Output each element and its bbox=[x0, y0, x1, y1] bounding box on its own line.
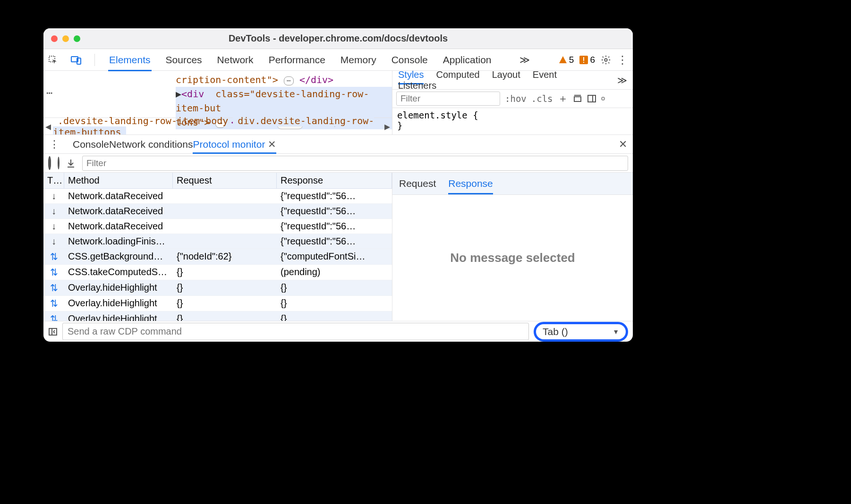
col-response[interactable]: Response bbox=[277, 173, 392, 188]
device-toolbar-icon[interactable] bbox=[71, 55, 81, 65]
close-icon[interactable]: ✕ bbox=[268, 139, 276, 150]
cdp-command-input[interactable] bbox=[62, 323, 529, 340]
chevron-down-icon: ▼ bbox=[613, 328, 619, 336]
cell-request bbox=[173, 234, 277, 249]
down-arrow-icon: ↓ bbox=[43, 204, 64, 218]
flexbox-editor-icon[interactable] bbox=[573, 94, 582, 103]
table-row[interactable]: ↓Network.loadingFinis…{"requestId":"56… bbox=[43, 234, 392, 249]
breadcrumb-next[interactable]: ▶ bbox=[383, 121, 392, 132]
settings-icon[interactable] bbox=[601, 55, 611, 65]
cell-request: {"nodeId":62} bbox=[173, 249, 277, 264]
dom-attr: class bbox=[215, 88, 244, 100]
minimize-window-button[interactable] bbox=[62, 35, 69, 42]
bidirectional-arrow-icon: ⇅ bbox=[43, 249, 64, 264]
computed-sidebar-icon[interactable] bbox=[587, 94, 596, 103]
drawer-tab-protocol-monitor[interactable]: Protocol monitor✕ bbox=[193, 136, 276, 154]
bidirectional-arrow-icon: ⇅ bbox=[43, 265, 64, 280]
main-tabs-overflow[interactable]: ≫ bbox=[519, 50, 531, 70]
breadcrumb-prev[interactable]: ◀ bbox=[43, 121, 53, 132]
drawer-close-icon[interactable]: ✕ bbox=[619, 138, 627, 151]
style-rule-line: } bbox=[397, 120, 628, 131]
drawer-more-icon[interactable]: ⋮ bbox=[49, 138, 60, 151]
cell-response: {"computedFontSi… bbox=[277, 249, 392, 264]
left-panel-toggle-icon[interactable] bbox=[48, 327, 58, 336]
drawer-tabs: ⋮ ConsoleNetwork conditionsProtocol moni… bbox=[43, 135, 633, 154]
styles-tab-layout[interactable]: Layout bbox=[492, 66, 520, 83]
drawer-tab-console[interactable]: Console bbox=[73, 136, 109, 152]
table-row[interactable]: ⇅Overlay.hideHighlight{}{} bbox=[43, 296, 392, 311]
record-button[interactable] bbox=[48, 158, 51, 169]
warnings-badge[interactable]: 5 bbox=[559, 55, 574, 65]
dom-text: <div bbox=[181, 88, 204, 100]
styles-tabs-overflow[interactable]: ≫ bbox=[617, 71, 627, 89]
save-button[interactable] bbox=[66, 159, 76, 168]
window-title: DevTools - developer.chrome.com/docs/dev… bbox=[43, 33, 633, 44]
svg-rect-7 bbox=[574, 97, 581, 101]
cls-toggle[interactable]: .cls bbox=[531, 93, 553, 104]
cell-request bbox=[173, 204, 277, 218]
col-method[interactable]: Method bbox=[64, 173, 173, 188]
styles-tab-computed[interactable]: Computed bbox=[436, 66, 479, 83]
table-row[interactable]: ⇅CSS.takeComputedS…{}(pending) bbox=[43, 265, 392, 280]
protocol-monitor-toolbar bbox=[43, 154, 633, 173]
main-tab-performance[interactable]: Performance bbox=[268, 50, 326, 70]
svg-rect-9 bbox=[49, 328, 57, 335]
table-row[interactable]: ⇅Overlay.hideHighlight{}{} bbox=[43, 311, 392, 321]
drawer-tab-network-conditions[interactable]: Network conditions bbox=[109, 136, 193, 152]
svg-rect-8 bbox=[588, 95, 596, 102]
target-selector[interactable]: Tab () ▼ bbox=[534, 322, 628, 342]
devtools-window: DevTools - developer.chrome.com/docs/dev… bbox=[43, 28, 633, 342]
issues-badge[interactable]: 6 bbox=[579, 55, 595, 65]
close-window-button[interactable] bbox=[51, 35, 58, 42]
cell-response: {"requestId":"56… bbox=[277, 204, 392, 218]
dom-breadcrumbs: ◀ .devsite-landing-row-item-bodydiv.devs… bbox=[43, 118, 392, 134]
elements-panel: ⋯ cription-content"> ⋯ </div> ▶<div clas… bbox=[43, 71, 633, 135]
main-tab-sources[interactable]: Sources bbox=[165, 50, 203, 70]
bidirectional-arrow-icon: ⇅ bbox=[43, 296, 64, 311]
cell-response: (pending) bbox=[277, 265, 392, 280]
cell-method: Network.dataReceived bbox=[64, 189, 173, 203]
dom-tree[interactable]: ⋯ cription-content"> ⋯ </div> ▶<div clas… bbox=[43, 71, 392, 134]
table-row[interactable]: ⇅Overlay.hideHighlight{}{} bbox=[43, 280, 392, 296]
hov-toggle[interactable]: :hov bbox=[505, 93, 527, 104]
protocol-side-empty: No message selected bbox=[392, 195, 633, 321]
more-menu-icon[interactable]: ⋮ bbox=[617, 53, 628, 67]
style-rule-line: element.style { bbox=[397, 110, 628, 120]
dom-overflow-indicator: ⋯ bbox=[46, 87, 53, 99]
dom-attr-value: devsite-landing-row-item-but bbox=[176, 88, 369, 114]
table-row[interactable]: ⇅CSS.getBackground…{"nodeId":62}{"comput… bbox=[43, 249, 392, 265]
inspect-icon[interactable] bbox=[48, 55, 58, 65]
table-row[interactable]: ↓Network.dataReceived{"requestId":"56… bbox=[43, 219, 392, 234]
side-tab-response[interactable]: Response bbox=[448, 176, 493, 194]
down-arrow-icon: ↓ bbox=[43, 189, 64, 203]
traffic-lights bbox=[43, 35, 88, 42]
cell-request: {} bbox=[173, 265, 277, 280]
ellipsis-pill[interactable]: ⋯ bbox=[284, 76, 294, 85]
side-tab-request[interactable]: Request bbox=[399, 176, 436, 194]
col-request[interactable]: Request bbox=[173, 173, 277, 188]
main-tab-network[interactable]: Network bbox=[216, 50, 255, 70]
styles-filter-input[interactable] bbox=[396, 92, 500, 106]
grid-header: T… Method Request Response bbox=[43, 173, 392, 189]
rendering-emulation-dot[interactable] bbox=[601, 97, 605, 101]
styles-panel: StylesComputedLayoutEvent Listeners ≫ :h… bbox=[392, 71, 633, 134]
dom-text: cription-content"> bbox=[176, 74, 278, 85]
col-type[interactable]: T… bbox=[43, 173, 64, 188]
protocol-filter-input[interactable] bbox=[82, 156, 628, 171]
down-arrow-icon: ↓ bbox=[43, 219, 64, 234]
cell-request bbox=[173, 189, 277, 203]
styles-rules[interactable]: element.style { } bbox=[392, 108, 633, 133]
svg-rect-4 bbox=[583, 57, 584, 61]
styles-toolbar: :hov .cls ＋ bbox=[392, 90, 633, 108]
breadcrumb-item[interactable]: .devsite-landing-row-item-body bbox=[53, 115, 233, 126]
warnings-count: 5 bbox=[569, 55, 574, 65]
cell-method: Overlay.hideHighlight bbox=[64, 311, 173, 321]
table-row[interactable]: ↓Network.dataReceived{"requestId":"56… bbox=[43, 189, 392, 204]
main-tab-memory[interactable]: Memory bbox=[340, 50, 377, 70]
main-tab-elements[interactable]: Elements bbox=[108, 50, 152, 71]
cell-response: {"requestId":"56… bbox=[277, 219, 392, 234]
zoom-window-button[interactable] bbox=[74, 35, 80, 42]
table-row[interactable]: ↓Network.dataReceived{"requestId":"56… bbox=[43, 204, 392, 219]
new-style-rule-icon[interactable]: ＋ bbox=[558, 92, 568, 106]
clear-button[interactable] bbox=[58, 158, 60, 169]
